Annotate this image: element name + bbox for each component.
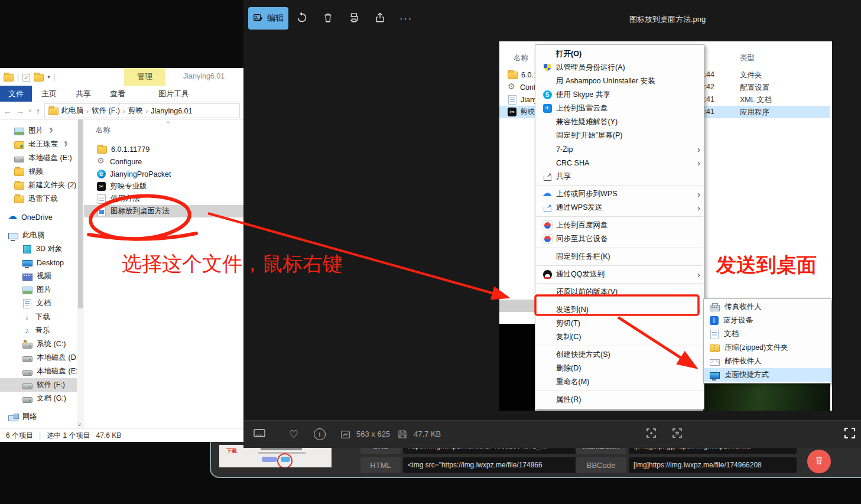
qat-customize-chevron-icon[interactable]: ▾: [47, 74, 50, 80]
qat-properties-icon[interactable]: [22, 74, 30, 82]
context-menu-item-sync-to-other-devices[interactable]: 同步至其它设备: [535, 232, 704, 246]
trash-icon: [814, 456, 824, 467]
context-menu-item-copy[interactable]: 复制(C): [535, 330, 704, 344]
tab-home[interactable]: 主页: [32, 86, 66, 102]
sidebar-item-music[interactable]: 音乐: [0, 324, 77, 337]
delete-image-button[interactable]: [807, 450, 831, 473]
breadcrumb-jianying601[interactable]: Jianying6.01: [151, 107, 192, 115]
context-menu-item-open[interactable]: 打开(O): [535, 47, 704, 61]
breadcrumb-this-pc[interactable]: 此电脑: [61, 106, 84, 116]
file-row-usage[interactable]: 使用方法: [84, 193, 243, 205]
context-menu-item-pin-to-start[interactable]: 固定到“开始”屏幕(P): [535, 129, 704, 142]
back-icon[interactable]: ←: [4, 106, 12, 116]
send-to-item-desktop-shortcut[interactable]: 桌面快捷方式: [704, 368, 831, 382]
forward-icon[interactable]: →: [16, 106, 24, 116]
up-icon[interactable]: ↑: [36, 106, 40, 116]
breadcrumb[interactable]: 此电脑 › 软件 (F:) › 剪映 › Jianying6.01: [44, 103, 240, 118]
context-menu-item-share[interactable]: 共享: [535, 170, 704, 183]
rotate-button[interactable]: [294, 11, 310, 27]
context-menu-item-7-zip[interactable]: 7-Zip›: [535, 142, 704, 156]
context-menu-item-share-with-skype[interactable]: 使用 Skype 共享: [535, 88, 704, 102]
sidebar-item-documents-g[interactable]: 文档 (G:): [0, 392, 77, 405]
tab-share[interactable]: 共享: [66, 86, 100, 102]
context-menu-item-send-via-wps[interactable]: 通过WPS发送›: [535, 201, 704, 214]
uploaded-image-thumbnail[interactable]: 下载: [219, 445, 332, 467]
sidebar-item-pictures[interactable]: 图片: [0, 283, 77, 297]
context-menu-item-restore-previous-versions[interactable]: 还原以前的版本(V): [535, 285, 704, 299]
sidebar-item-pictures-quick[interactable]: 图片: [0, 124, 77, 138]
context-menu-item-run-as-administrator[interactable]: 以管理员身份运行(A): [535, 61, 704, 74]
column-header-name[interactable]: 名称: [96, 125, 111, 135]
context-menu-item-upload-to-thunder-cloud[interactable]: 上传到迅雷云盘: [535, 102, 704, 115]
context-menu-item-pin-to-taskbar[interactable]: 固定到任务栏(K): [535, 250, 704, 264]
sidebar-item-local-disk-d[interactable]: 本地磁盘 (D:): [0, 351, 77, 365]
html-field[interactable]: <img src="https://img.lwxpz.me/file/1749…: [403, 457, 583, 473]
manage-contextual-tab[interactable]: 管理: [124, 68, 165, 86]
sidebar-item-3d-objects[interactable]: 3D 对象: [0, 242, 77, 256]
sidebar-item-desktop[interactable]: Desktop: [0, 256, 77, 269]
more-options-button[interactable]: ···: [398, 11, 414, 27]
file-row-jianying-pro[interactable]: 剪映专业版: [84, 180, 243, 193]
context-menu-item-cut[interactable]: 剪切(T): [535, 317, 704, 330]
qat-new-folder-icon[interactable]: [34, 74, 44, 82]
text-extract-button[interactable]: [669, 426, 685, 443]
send-to-item-fax-recipient[interactable]: 传真收件人: [704, 300, 831, 314]
bbcode-field[interactable]: [img]https://img.lwxpz.me/file/174966208: [629, 457, 797, 473]
desktop-shortcut-icon: [710, 372, 720, 379]
sidebar-item-local-disk-e[interactable]: 本地磁盘 (E:): [0, 365, 77, 378]
file-row-icon-to-desktop[interactable]: 图标放到桌面方法: [84, 205, 243, 217]
edit-button[interactable]: 编辑: [248, 7, 288, 30]
location-folder-icon: [48, 108, 59, 115]
context-menu-item-crc-sha[interactable]: CRC SHA›: [535, 156, 704, 170]
filmstrip-button[interactable]: [251, 426, 268, 443]
info-button[interactable]: i: [311, 426, 328, 443]
sidebar-item-videos-quick[interactable]: 视频: [0, 165, 77, 178]
context-menu-item-compatibility-troubleshoot[interactable]: 兼容性疑难解答(Y): [535, 115, 704, 129]
context-menu-item-upload-to-baidu-netdisk[interactable]: 上传到百度网盘: [535, 219, 704, 232]
zip-folder-icon: [710, 344, 720, 352]
context-menu-item-create-shortcut[interactable]: 创建快捷方式(S): [535, 348, 704, 362]
send-to-item-bluetooth-device[interactable]: 蓝牙设备: [704, 314, 831, 327]
sidebar-item-this-pc[interactable]: 此电脑: [0, 229, 77, 242]
sidebar-scrollbar[interactable]: [77, 119, 84, 429]
sidebar-item-system-c[interactable]: 系统 (C:): [0, 337, 77, 351]
tab-picture-tools[interactable]: 图片工具: [149, 86, 199, 102]
file-row-configure[interactable]: Configure: [84, 155, 243, 168]
sidebar-item-network[interactable]: 网络: [0, 410, 77, 424]
tab-file[interactable]: 文件: [0, 86, 32, 102]
context-menu-item-send-via-qq[interactable]: 通过QQ发送到›: [535, 268, 704, 281]
sidebar-item-thunder-download[interactable]: 迅雷下载: [0, 192, 77, 206]
file-row-jianyingpropacket[interactable]: JianyingProPacket: [84, 168, 243, 180]
send-to-item-documents[interactable]: 文档: [704, 327, 831, 341]
sidebar-item-documents[interactable]: 文档: [0, 297, 77, 310]
file-row-6-0-1-11779[interactable]: 6.0.1.11779: [84, 143, 243, 155]
sidebar-item-label: 网络: [22, 412, 37, 422]
delete-button[interactable]: [320, 11, 336, 27]
explorer-titlebar: | ▾ | 管理 Jianying6.01: [0, 68, 243, 86]
sidebar-item-software-f[interactable]: 软件 (F:): [0, 378, 77, 392]
send-to-item-zipped-folder[interactable]: 压缩(zipped)文件夹: [704, 341, 831, 355]
context-menu-item-send-to[interactable]: 发送到(N)›: [535, 303, 704, 317]
favorite-button[interactable]: ♡: [285, 426, 302, 443]
sidebar-item-new-folder-2[interactable]: 新建文件夹 (2): [0, 178, 77, 192]
sidebar-item-local-disk-e-quick[interactable]: 本地磁盘 (E:): [0, 151, 77, 165]
print-button[interactable]: [346, 11, 362, 27]
context-menu-item-rename[interactable]: 重命名(M): [535, 375, 704, 389]
share-button[interactable]: [372, 11, 388, 27]
recent-locations-chevron-icon[interactable]: ˅: [28, 108, 32, 114]
context-menu-item-upload-sync-wps[interactable]: 上传或同步到WPS›: [535, 187, 704, 201]
sidebar-item-videos[interactable]: 视频: [0, 269, 77, 283]
tab-view[interactable]: 查看: [100, 86, 135, 102]
ocr-button[interactable]: [643, 426, 659, 443]
send-to-item-mail-recipient[interactable]: 邮件收件人: [704, 355, 831, 368]
sidebar-item-onedrive[interactable]: OneDrive: [0, 210, 77, 224]
fullscreen-button[interactable]: [841, 426, 858, 443]
context-menu-item-properties[interactable]: 属性(R): [535, 393, 704, 407]
sidebar-item-downloads[interactable]: 下载: [0, 310, 77, 324]
context-menu-item-ashampoo-uninstaller-install[interactable]: 用 Ashampoo UnInstaller 安装: [535, 74, 704, 88]
breadcrumb-software-f[interactable]: 软件 (F:): [92, 106, 120, 116]
breadcrumb-jianying[interactable]: 剪映: [128, 106, 143, 116]
shot-selected-row-remnant: [499, 300, 535, 312]
sidebar-item-laowang-zhubao[interactable]: 老王珠宝: [0, 138, 77, 151]
context-menu-item-delete[interactable]: 删除(D): [535, 362, 704, 375]
